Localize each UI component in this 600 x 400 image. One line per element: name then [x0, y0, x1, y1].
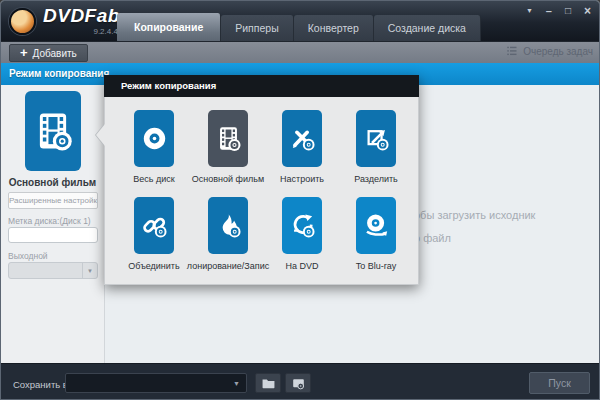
- version-text: 9.2.4.4: [93, 27, 119, 36]
- mode-split[interactable]: Разделить: [339, 110, 413, 185]
- titlebar: DVDFab 9.2.4.4 Копирование Рипперы Конве…: [1, 1, 600, 41]
- disc-icon: [141, 125, 168, 152]
- browse-folder-button[interactable]: [255, 373, 281, 393]
- app-logo: DVDFab 9.2.4.4: [9, 5, 120, 36]
- toolbar: + Добавить Очередь задач: [1, 41, 600, 63]
- mode-to-dvd[interactable]: На DVD: [265, 197, 339, 272]
- disc-label-caption: Метка диска:(Диск 1): [8, 216, 91, 226]
- mode-clone-burn-tile[interactable]: [208, 197, 248, 254]
- film-icon: [32, 110, 74, 152]
- hint-text-line2: о файл: [414, 232, 451, 244]
- mode-clone-burn[interactable]: лонирование/Запис: [191, 197, 265, 272]
- minimize-icon[interactable]: –: [546, 5, 552, 17]
- mode-split-tile[interactable]: [356, 110, 396, 167]
- main-tabs: Копирование Рипперы Конвертер Создание д…: [117, 13, 481, 41]
- drive-disc-icon: [291, 376, 306, 391]
- tab-rippers[interactable]: Рипперы: [221, 15, 293, 41]
- task-queue-label: Очередь задач: [523, 46, 593, 57]
- tools-icon: [289, 125, 316, 152]
- popup-callout-tail: [96, 124, 105, 146]
- dvdfab-mascot-icon: [9, 8, 36, 35]
- close-icon[interactable]: ×: [584, 5, 591, 17]
- sidebar: Основной фильм Расширенные настройки Мет…: [1, 85, 105, 363]
- maximize-icon[interactable]: □: [565, 5, 571, 17]
- brand-wordmark: DVDFab: [43, 5, 120, 27]
- tab-create-disc[interactable]: Создание диска: [374, 15, 481, 41]
- folder-icon: [261, 376, 276, 391]
- save-path-input[interactable]: [65, 373, 247, 393]
- mode-main-movie-tile[interactable]: [208, 110, 248, 167]
- add-button-label: Добавить: [33, 48, 77, 59]
- current-mode-label: Основной фильм: [1, 177, 104, 188]
- mode-to-bluray-tile[interactable]: [356, 197, 396, 254]
- mode-merge-tile[interactable]: [134, 197, 174, 254]
- split-icon: [363, 125, 390, 152]
- tab-copy[interactable]: Копирование: [117, 13, 221, 41]
- tab-converter[interactable]: Конвертер: [294, 15, 374, 41]
- bottombar: Сохранить в: ▼ Пуск: [1, 363, 600, 400]
- mode-merge[interactable]: Объединить: [117, 197, 191, 272]
- popup-title: Режим копирования: [104, 75, 419, 97]
- copy-mode-popup: Режим копирования Весь диск: [104, 75, 419, 285]
- menu-dropdown-icon[interactable]: ▼: [526, 5, 533, 17]
- output-select[interactable]: ▼: [8, 262, 98, 279]
- dvdfab-window: DVDFab 9.2.4.4 Копирование Рипперы Конве…: [0, 0, 600, 400]
- output-caption: Выходной: [8, 251, 48, 261]
- mode-to-dvd-tile[interactable]: [282, 197, 322, 254]
- hint-text-line1: обы загрузить исходник: [414, 209, 535, 221]
- flame-icon: [215, 212, 242, 239]
- mode-to-bluray[interactable]: To Blu-ray: [339, 197, 413, 272]
- combo-chevron-down-icon[interactable]: ▼: [233, 380, 240, 387]
- film-icon: [215, 125, 242, 152]
- current-mode-tile[interactable]: [25, 91, 81, 171]
- popup-body: Весь диск: [104, 97, 419, 285]
- mode-full-disc[interactable]: Весь диск: [117, 110, 191, 185]
- advanced-settings-button[interactable]: Расширенные настройки: [8, 192, 98, 209]
- copy-mode-header: Режим копирования: [9, 63, 109, 85]
- mode-full-disc-tile[interactable]: [134, 110, 174, 167]
- task-queue-button[interactable]: Очередь задач: [506, 45, 593, 57]
- mode-main-movie[interactable]: Основной фильм: [191, 110, 265, 185]
- burn-drive-button[interactable]: [285, 373, 311, 393]
- bluray-disc-icon: [363, 212, 390, 239]
- dvd-swoosh-icon: [289, 212, 316, 239]
- mode-grid: Весь диск: [117, 110, 418, 272]
- chain-link-icon: [141, 212, 168, 239]
- chevron-down-icon: ▼: [82, 263, 97, 278]
- mode-customize-tile[interactable]: [282, 110, 322, 167]
- task-list-icon: [506, 45, 518, 57]
- disc-label-input[interactable]: [8, 227, 98, 243]
- add-source-button[interactable]: + Добавить: [9, 44, 88, 62]
- window-controls: ▼ – □ ×: [526, 5, 591, 17]
- mode-customize[interactable]: Настроить: [265, 110, 339, 185]
- plus-icon: +: [20, 48, 28, 58]
- start-button[interactable]: Пуск: [529, 372, 590, 394]
- save-to-label: Сохранить в:: [13, 379, 71, 390]
